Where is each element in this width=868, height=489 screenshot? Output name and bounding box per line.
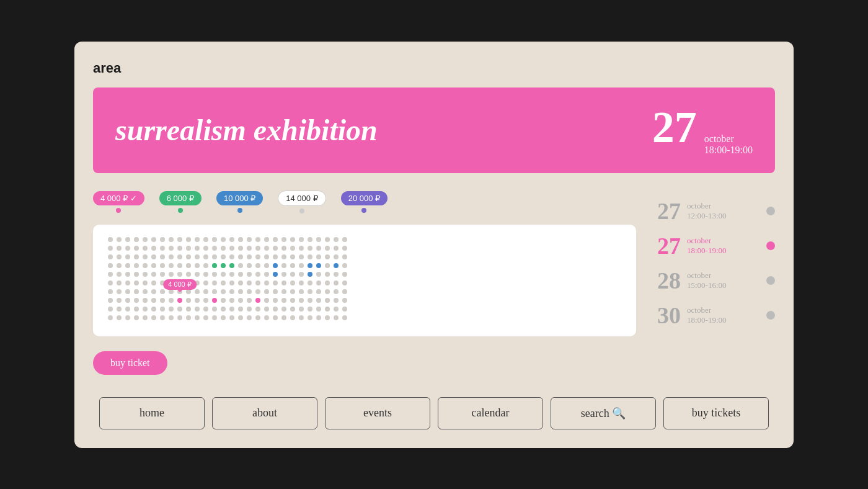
nav-btn-buy-tickets[interactable]: buy tickets <box>663 397 769 429</box>
seat-dot[interactable] <box>273 298 278 303</box>
seat-dot[interactable] <box>117 263 122 268</box>
seat-dot[interactable] <box>247 289 252 294</box>
seat-dot[interactable] <box>125 298 130 303</box>
seat-dot[interactable] <box>255 280 260 285</box>
seat-dot[interactable] <box>203 315 208 320</box>
seat-dot[interactable] <box>177 307 182 312</box>
seat-dot[interactable] <box>308 298 312 303</box>
seat-dot[interactable] <box>229 263 234 268</box>
seat-dot[interactable] <box>255 307 260 312</box>
seat-dot[interactable] <box>316 254 321 259</box>
seat-dot[interactable] <box>177 298 182 303</box>
seat-dot[interactable] <box>203 307 208 312</box>
seat-dot[interactable] <box>342 263 347 268</box>
seat-dot[interactable] <box>342 307 347 312</box>
seat-dot[interactable] <box>342 289 347 294</box>
seat-dot[interactable] <box>143 280 148 285</box>
seat-dot[interactable] <box>195 315 200 320</box>
seat-dot[interactable] <box>308 272 312 277</box>
seat-dot[interactable] <box>238 315 243 320</box>
seat-dot[interactable] <box>264 246 269 251</box>
seat-dot[interactable] <box>308 263 312 268</box>
seat-dot[interactable] <box>134 289 139 294</box>
seat-dot[interactable] <box>212 298 217 303</box>
buy-ticket-button[interactable]: buy ticket <box>93 351 167 375</box>
seat-dot[interactable] <box>177 254 182 259</box>
seat-dot[interactable] <box>229 307 234 312</box>
seat-dot[interactable] <box>203 289 208 294</box>
seat-dot[interactable] <box>221 263 226 268</box>
seat-dot[interactable] <box>229 315 234 320</box>
seat-dot[interactable] <box>221 289 226 294</box>
seat-dot[interactable] <box>134 272 139 277</box>
seat-dot[interactable] <box>151 280 156 285</box>
seat-dot[interactable] <box>134 263 139 268</box>
seat-dot[interactable] <box>143 307 148 312</box>
seat-dot[interactable] <box>255 289 260 294</box>
seat-dot[interactable] <box>316 289 321 294</box>
seat-dot[interactable] <box>299 289 304 294</box>
seat-dot[interactable] <box>151 272 156 277</box>
seat-dot[interactable] <box>195 237 200 242</box>
seat-dot[interactable] <box>221 280 226 285</box>
seat-dot[interactable] <box>238 272 243 277</box>
seat-dot[interactable] <box>316 272 321 277</box>
seat-dot[interactable] <box>247 263 252 268</box>
seat-dot[interactable] <box>125 289 130 294</box>
seat-dot[interactable] <box>255 315 260 320</box>
price-tag-14000[interactable]: 14 000 ₽ <box>278 191 326 213</box>
seat-dot[interactable] <box>334 237 339 242</box>
seat-dot[interactable] <box>203 298 208 303</box>
seat-dot[interactable] <box>290 280 295 285</box>
seat-dot[interactable] <box>316 246 321 251</box>
seat-dot[interactable] <box>299 254 304 259</box>
seat-dot[interactable] <box>229 237 234 242</box>
seat-dot[interactable] <box>281 272 286 277</box>
seat-dot[interactable] <box>186 237 191 242</box>
seat-dot[interactable] <box>299 246 304 251</box>
seat-dot[interactable] <box>247 254 252 259</box>
seat-dot[interactable] <box>273 307 278 312</box>
seat-dot[interactable] <box>342 237 347 242</box>
seat-dot[interactable] <box>290 272 295 277</box>
seat-dot[interactable] <box>334 307 339 312</box>
seat-dot[interactable] <box>342 272 347 277</box>
seat-dot[interactable] <box>308 289 312 294</box>
seat-dot[interactable] <box>290 254 295 259</box>
seat-dot[interactable] <box>212 254 217 259</box>
seat-dot[interactable] <box>325 307 330 312</box>
seat-dot[interactable] <box>221 298 226 303</box>
seat-dot[interactable] <box>264 263 269 268</box>
seat-dot[interactable] <box>108 307 113 312</box>
seat-dot[interactable] <box>151 246 156 251</box>
seat-dot[interactable] <box>186 272 191 277</box>
seat-dot[interactable] <box>143 254 148 259</box>
seat-dot[interactable] <box>212 307 217 312</box>
seat-dot[interactable] <box>334 298 339 303</box>
seat-dot[interactable] <box>134 307 139 312</box>
price-tag-6000[interactable]: 6 000 ₽ <box>159 191 202 213</box>
seat-dot[interactable] <box>117 237 122 242</box>
seat-dot[interactable] <box>160 237 165 242</box>
seat-dot[interactable] <box>186 298 191 303</box>
seat-dot[interactable] <box>151 237 156 242</box>
seat-dot[interactable] <box>316 298 321 303</box>
seat-dot[interactable] <box>264 254 269 259</box>
seat-dot[interactable] <box>212 289 217 294</box>
seat-dot[interactable] <box>290 307 295 312</box>
seat-dot[interactable] <box>308 246 312 251</box>
seat-dot[interactable] <box>334 263 339 268</box>
seat-dot[interactable] <box>290 246 295 251</box>
date-item-2[interactable]: 28october15:00-16:00 <box>651 265 775 296</box>
seat-dot[interactable] <box>169 237 174 242</box>
seat-dot[interactable] <box>160 315 165 320</box>
seat-dot[interactable] <box>273 246 278 251</box>
seat-dot[interactable] <box>212 272 217 277</box>
seat-dot[interactable] <box>117 315 122 320</box>
seat-dot[interactable] <box>281 315 286 320</box>
seat-dot[interactable] <box>195 263 200 268</box>
seat-dot[interactable] <box>195 254 200 259</box>
seat-dot[interactable] <box>186 315 191 320</box>
seat-dot[interactable] <box>134 237 139 242</box>
seat-dot[interactable] <box>125 315 130 320</box>
